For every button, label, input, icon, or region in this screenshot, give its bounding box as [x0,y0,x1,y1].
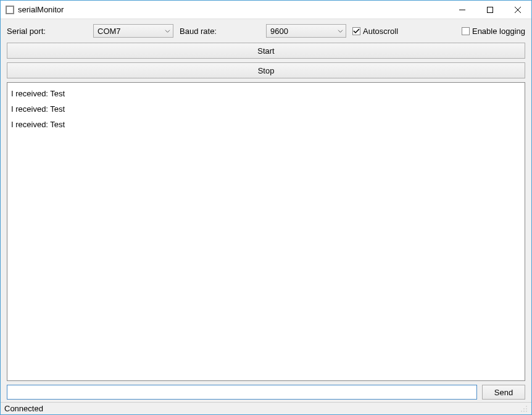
start-button-label: Start [257,46,274,56]
check-icon [353,28,360,35]
send-button-label: Send [494,388,513,397]
baud-rate-label: Baud rate: [173,27,266,36]
config-row: Serial port: COM7 Baud rate: 9600 Autosc… [7,23,525,39]
maximize-icon [487,7,493,13]
minimize-button[interactable] [448,1,476,19]
window-title: serialMonitor [18,5,64,14]
enable-logging-checkbox[interactable]: Enable logging [462,27,525,36]
svg-point-9 [526,411,527,412]
baud-rate-combo[interactable]: 9600 [266,24,346,38]
app-window: serialMonitor Serial port: COM7 Baud rat… [0,0,532,415]
close-button[interactable] [504,1,531,19]
status-text: Connected [4,404,43,413]
svg-point-5 [523,408,525,409]
svg-point-7 [521,411,522,412]
serial-port-combo[interactable]: COM7 [93,24,173,38]
enable-logging-label: Enable logging [472,27,525,36]
serial-port-label: Serial port: [7,27,93,36]
svg-point-6 [526,408,527,409]
svg-point-8 [523,411,525,412]
window-controls [448,1,531,19]
maximize-button[interactable] [476,1,504,19]
resize-grip-icon[interactable] [520,405,528,413]
svg-point-4 [526,406,527,407]
titlebar: serialMonitor [1,1,531,19]
output-textarea[interactable]: I received: TestI received: TestI receiv… [7,82,525,381]
start-button[interactable]: Start [7,43,525,59]
stop-button[interactable]: Stop [7,62,525,78]
stop-button-label: Stop [258,66,275,75]
autoscroll-checkbox[interactable]: Autoscroll [352,27,398,36]
send-row: Send [7,385,525,400]
serial-port-value: COM7 [98,27,121,36]
send-input[interactable] [7,385,477,400]
statusbar: Connected [1,402,531,414]
baud-rate-value: 9600 [270,27,288,36]
checkbox-box [462,27,470,35]
minimize-icon [459,7,465,13]
chevron-down-icon [338,28,343,34]
checkbox-box [352,27,360,35]
app-icon [6,6,14,14]
svg-rect-1 [487,7,493,12]
send-button[interactable]: Send [482,385,525,400]
output-line: I received: Test [11,102,521,117]
titlebar-left: serialMonitor [6,5,64,14]
content-area: Serial port: COM7 Baud rate: 9600 Autosc… [1,19,531,402]
close-icon [515,7,521,13]
output-line: I received: Test [11,117,521,133]
output-line: I received: Test [11,86,521,102]
autoscroll-label: Autoscroll [363,27,398,36]
chevron-down-icon [165,28,170,34]
